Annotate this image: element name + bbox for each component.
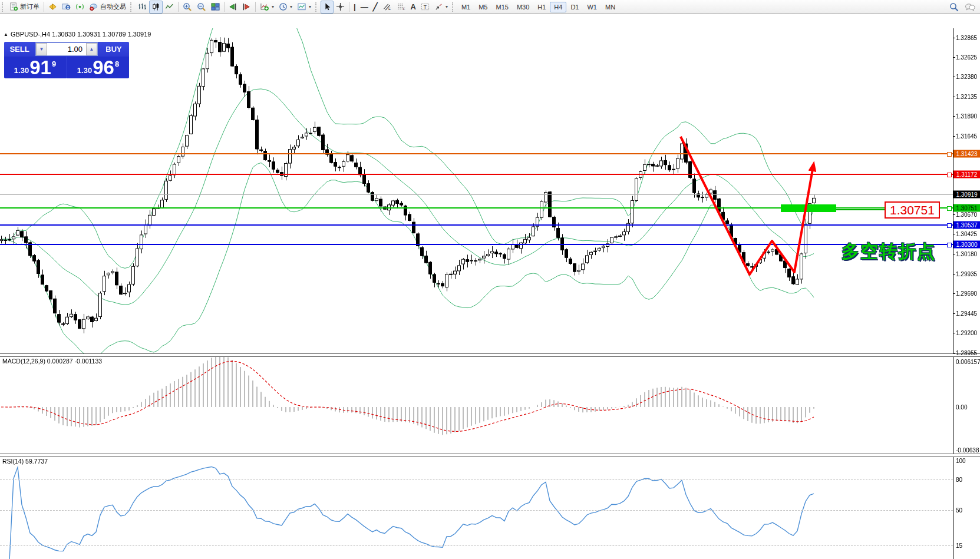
- timeframe-d1[interactable]: D1: [566, 2, 583, 12]
- line-anchor-marker: [947, 173, 952, 177]
- text-label-icon: T: [421, 2, 430, 11]
- tile-windows-button[interactable]: [209, 1, 222, 14]
- market-watch-button[interactable]: [46, 1, 60, 14]
- text-tool[interactable]: A: [408, 1, 418, 14]
- timeframe-h4[interactable]: H4: [550, 2, 566, 12]
- cursor-button[interactable]: [321, 1, 334, 14]
- price-tick-label: 1.28955: [956, 350, 977, 356]
- toolbar-gripper[interactable]: [130, 2, 133, 12]
- price-tick-label: 1.30425: [956, 231, 977, 237]
- buy-button[interactable]: BUY: [98, 42, 129, 57]
- volume-input[interactable]: [47, 43, 86, 55]
- toolbar-gripper[interactable]: [2, 2, 5, 12]
- price-tick-label: 1.32135: [956, 94, 977, 100]
- price-tick-mark: [953, 38, 955, 38]
- bar-chart-button[interactable]: [136, 1, 149, 14]
- sell-price-display[interactable]: 1.30 91 9: [4, 57, 66, 78]
- price-tick-mark: [953, 353, 955, 353]
- auto-scroll-icon: [229, 2, 237, 11]
- template-icon: [297, 2, 306, 11]
- chart-shift-button[interactable]: [240, 1, 253, 14]
- macd-axis-label: 0.00: [956, 404, 967, 411]
- chat-icon[interactable]: [965, 2, 975, 12]
- chart-title: ▲ GBPUSD-,H4 1.30830 1.30931 1.30789 1.3…: [4, 31, 151, 38]
- indicators-button[interactable]: ▾: [258, 1, 276, 14]
- dropdown-arrow-icon: ▾: [309, 4, 311, 9]
- price-callout-label: 1.30751: [885, 201, 940, 219]
- text-icon: A: [411, 3, 416, 11]
- buy-price-big: 96: [93, 59, 114, 77]
- profile-icon: [62, 2, 71, 11]
- rsi-level-line: [0, 510, 953, 511]
- horizontal-line-icon: —: [361, 3, 368, 11]
- crosshair-button[interactable]: [334, 1, 347, 14]
- toolbar-gripper[interactable]: [315, 2, 318, 12]
- rsi-axis-label: 15: [956, 543, 962, 549]
- new-order-button[interactable]: 新订单: [7, 1, 42, 14]
- volume-decrease-button[interactable]: ▼: [36, 43, 47, 55]
- zoom-out-button[interactable]: [194, 1, 209, 14]
- book-icon: [48, 2, 57, 11]
- price-tick-label: 1.30180: [956, 251, 977, 257]
- toolbar-gripper[interactable]: [452, 2, 455, 12]
- macd-pane-splitter[interactable]: [0, 353, 980, 357]
- macd-indicator-label: MACD(12,26,9) 0.000287 -0.001133: [2, 358, 102, 365]
- rsi-pane-splitter[interactable]: [0, 454, 980, 457]
- trendline-icon: ╱: [373, 3, 378, 11]
- volume-increase-button[interactable]: ▲: [86, 43, 97, 55]
- callout-connector-line: [836, 209, 885, 210]
- autotrading-button[interactable]: 自动交易: [87, 1, 128, 14]
- profiles-button[interactable]: [60, 1, 73, 14]
- templates-button[interactable]: ▾: [295, 1, 314, 14]
- sell-price-prefix: 1.30: [14, 66, 29, 75]
- candlestick-icon: [151, 2, 160, 11]
- fibonacci-tool[interactable]: F: [394, 1, 408, 14]
- line-anchor-marker: [947, 152, 952, 157]
- zoom-in-button[interactable]: [180, 1, 194, 14]
- alerts-button[interactable]: [73, 1, 87, 14]
- mt4-window: 新订单 自动交易: [0, 0, 980, 559]
- auto-scroll-button[interactable]: [226, 1, 240, 14]
- autotrading-label: 自动交易: [100, 2, 126, 11]
- timeframe-m1[interactable]: M1: [457, 2, 474, 12]
- collapse-panel-icon[interactable]: ▲: [4, 32, 8, 37]
- autotrading-icon: [89, 2, 98, 11]
- price-level-line-1.31172: [0, 174, 953, 175]
- clock-icon: [279, 2, 288, 11]
- timeframe-w1[interactable]: W1: [583, 2, 601, 12]
- price-badge-1.30919: 1.30919: [953, 191, 980, 199]
- buy-price-pipette: 8: [115, 59, 119, 68]
- timeframe-m30[interactable]: M30: [513, 2, 533, 12]
- line-chart-icon: [165, 2, 174, 11]
- vertical-line-tool[interactable]: |: [351, 1, 358, 14]
- price-tick-mark: [953, 116, 955, 117]
- timeframe-h1[interactable]: H1: [533, 2, 550, 12]
- candlestick-chart-button[interactable]: [149, 1, 163, 14]
- chart-area[interactable]: 1.328651.326251.323801.321351.318901.316…: [0, 14, 980, 559]
- periods-button[interactable]: ▾: [276, 1, 295, 14]
- timeframe-mn[interactable]: MN: [601, 2, 619, 12]
- buy-price-display[interactable]: 1.30 96 8: [67, 57, 129, 78]
- line-anchor-marker: [947, 223, 952, 228]
- timeframe-m5[interactable]: M5: [474, 2, 491, 12]
- rsi-axis-label: 80: [956, 477, 962, 483]
- arrows-tool[interactable]: ▾: [432, 1, 450, 14]
- equidistant-channel-tool[interactable]: E: [380, 1, 394, 14]
- price-tick-mark: [953, 57, 955, 58]
- svg-text:E: E: [388, 6, 390, 11]
- price-badge-1.31423: 1.31423: [953, 150, 980, 158]
- price-tick-mark: [953, 214, 955, 215]
- text-label-tool[interactable]: T: [418, 1, 432, 14]
- rsi-level-line: [0, 479, 953, 480]
- sell-button[interactable]: SELL: [4, 42, 35, 57]
- rsi-level-line: [0, 545, 953, 546]
- timeframe-m15[interactable]: M15: [491, 2, 512, 12]
- search-icon[interactable]: [949, 2, 959, 12]
- price-tick-mark: [953, 274, 955, 274]
- price-tick-label: 1.32625: [956, 54, 977, 61]
- trendline-tool[interactable]: ╱: [371, 1, 380, 14]
- chart-shift-icon: [242, 2, 251, 11]
- price-chart-canvas[interactable]: [0, 14, 980, 559]
- line-chart-button[interactable]: [163, 1, 176, 14]
- horizontal-line-tool[interactable]: —: [358, 1, 371, 14]
